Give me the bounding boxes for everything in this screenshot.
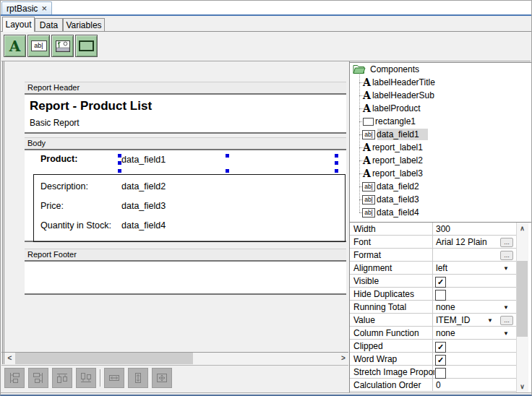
scroll-left-icon[interactable]: < — [5, 353, 14, 364]
tree-connector — [359, 73, 360, 212]
data-field1-element[interactable]: data_field1 — [121, 155, 166, 165]
property-value-alignment[interactable]: left — [436, 262, 486, 275]
align-bottom-icon — [80, 371, 93, 384]
image-tool-button[interactable] — [51, 35, 74, 57]
property-value-column-function[interactable]: none — [436, 327, 486, 340]
property-label-format: Format — [353, 249, 434, 262]
property-grid-scrollbar-thumb[interactable] — [517, 261, 528, 337]
property-label-running-total: Running Total — [353, 301, 434, 314]
editbox-icon: ab| — [362, 208, 375, 218]
selection-handle[interactable] — [335, 154, 338, 158]
same-size-icon — [155, 371, 168, 384]
rectangle-icon — [363, 118, 374, 126]
align-tops-button[interactable] — [52, 368, 72, 388]
selection-handle[interactable] — [118, 154, 121, 158]
property-value-value[interactable]: ITEM_ID — [436, 314, 486, 327]
label-icon: A — [363, 103, 371, 113]
toolbar-separator — [100, 369, 101, 387]
band-title: Report Footer — [27, 250, 77, 259]
same-size-button[interactable] — [152, 368, 172, 388]
tab-page-border — [1, 31, 531, 32]
font-ellipsis-button[interactable]: ... — [500, 238, 513, 247]
property-label-font: Font — [353, 236, 434, 249]
property-label-column-function: Column Function — [353, 327, 434, 340]
tree-item-report-label1[interactable]: A report_label1 — [363, 141, 424, 154]
selection-handle[interactable] — [335, 169, 338, 173]
align-left-icon — [8, 371, 21, 384]
selection-handle[interactable] — [226, 154, 229, 158]
band-content-report-footer[interactable] — [25, 262, 346, 295]
alignment-dropdown-icon[interactable]: ▼ — [501, 262, 511, 275]
label-icon: A — [363, 77, 371, 87]
property-value-font[interactable]: Arial 12 Plain — [436, 236, 486, 249]
tree-item-report-label2[interactable]: A report_label2 — [363, 154, 424, 167]
scroll-up-icon[interactable]: ∧ — [516, 223, 528, 234]
property-label-hide-duplicates: Hide Duplicates — [353, 288, 434, 301]
band-bar-body[interactable]: Body — [25, 137, 346, 150]
editbox-icon: ab| — [362, 130, 375, 139]
tree-item-rectangle1[interactable]: rectangle1 — [363, 115, 417, 128]
property-value-width[interactable]: 300 — [436, 223, 486, 236]
tree-item-labelproduct[interactable]: A labelProduct — [363, 102, 422, 115]
running-total-dropdown-icon[interactable]: ▼ — [501, 301, 511, 314]
tree-root-components[interactable]: Components — [369, 63, 421, 76]
scroll-down-icon[interactable]: ∨ — [516, 381, 528, 392]
tree-item-report-label3[interactable]: A report_label3 — [363, 167, 424, 180]
stretch-image-checkbox[interactable] — [435, 368, 446, 379]
hide-duplicates-checkbox[interactable] — [435, 290, 446, 301]
label-tool-icon: A — [9, 39, 21, 53]
label-tool-button[interactable]: A — [4, 35, 26, 57]
close-icon[interactable]: × — [41, 4, 47, 13]
rectangle-tool-icon — [79, 40, 94, 51]
property-label-alignment: Alignment — [353, 262, 434, 275]
tab-variables[interactable]: Variables — [63, 18, 105, 31]
band-bar-report-header[interactable]: Report Header — [25, 82, 346, 95]
label-product-element[interactable]: Product: — [40, 154, 77, 164]
same-width-button[interactable] — [104, 368, 124, 388]
label-icon: A — [363, 142, 371, 152]
band-bar-report-footer[interactable]: Report Footer — [25, 249, 346, 262]
editbox-tool-button[interactable]: ab| — [27, 35, 50, 57]
tree-item-labelheadersub[interactable]: A labelHeaderSub — [363, 89, 436, 102]
property-value-running-total[interactable]: none — [436, 301, 486, 314]
selection-handle[interactable] — [335, 161, 338, 165]
property-label-calculation-order: Calculation Order — [353, 379, 434, 392]
tree-item-data-field3[interactable]: ab| data_field3 — [362, 193, 421, 206]
selection-handle[interactable] — [118, 169, 121, 173]
align-left-edges-button[interactable] — [4, 368, 25, 388]
tab-layout[interactable]: Layout — [2, 17, 35, 32]
horizontal-scrollbar-thumb[interactable] — [15, 353, 193, 364]
value-ellipsis-button[interactable]: ... — [500, 316, 513, 325]
folder-open-icon — [353, 64, 366, 74]
format-ellipsis-button[interactable]: ... — [500, 251, 513, 260]
visible-checkbox[interactable]: ✓ — [435, 277, 446, 288]
scroll-right-icon[interactable]: > — [338, 353, 348, 364]
column-function-dropdown-icon[interactable]: ▼ — [501, 327, 511, 340]
label-header-sub-element[interactable]: Basic Report — [30, 118, 80, 128]
document-tab-rptbasic[interactable]: rptBasic × — [1, 1, 52, 14]
tree-item-data-field2[interactable]: ab| data_field2 — [362, 180, 421, 193]
editbox-icon: ab| — [362, 182, 375, 191]
value-dropdown-icon[interactable]: ▼ — [485, 314, 495, 327]
tree-item-labelheadertitle[interactable]: A labelHeaderTitle — [363, 76, 437, 89]
selection-handle[interactable] — [118, 161, 121, 165]
label-icon: A — [363, 155, 371, 165]
rectangle-tool-button[interactable] — [75, 35, 98, 57]
rectangle1-element[interactable] — [33, 174, 346, 242]
align-top-icon — [56, 371, 69, 384]
document-tab-title: rptBasic — [7, 4, 38, 14]
tab-data[interactable]: Data — [35, 18, 63, 31]
clipped-checkbox[interactable]: ✓ — [435, 342, 446, 353]
label-header-title-element[interactable]: Report - Product List — [30, 99, 152, 113]
same-height-button[interactable] — [128, 368, 148, 388]
selection-handle[interactable] — [226, 169, 229, 173]
word-wrap-checkbox[interactable]: ✓ — [435, 355, 446, 366]
align-bottoms-button[interactable] — [76, 368, 96, 388]
align-right-edges-button[interactable] — [28, 368, 48, 388]
tree-item-data-field4[interactable]: ab| data_field4 — [362, 206, 421, 219]
page-edge-line — [2, 61, 3, 364]
property-label-stretch-image: Stretch Image Proportio — [353, 366, 434, 379]
property-value-calculation-order[interactable]: 0 — [436, 379, 486, 392]
tab-underline — [1, 14, 531, 16]
tree-item-data-field1[interactable]: ab| data_field1 — [362, 128, 421, 141]
